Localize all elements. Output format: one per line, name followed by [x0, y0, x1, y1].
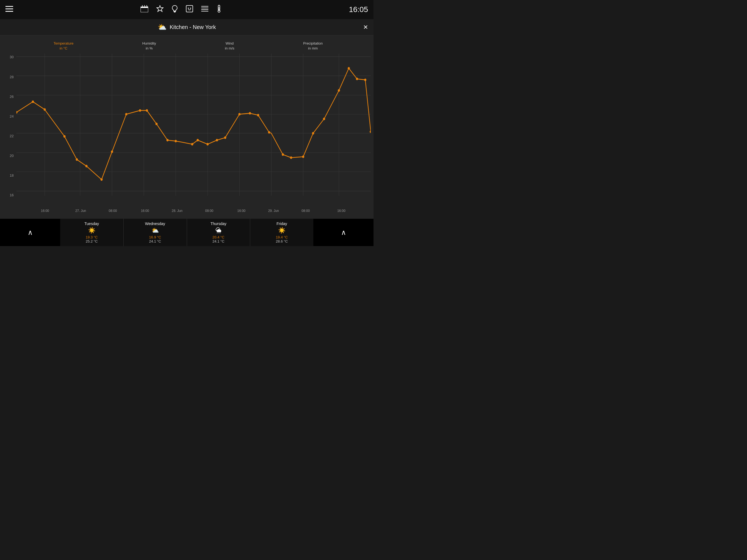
temp-high-thursday: 20.4 °C — [212, 235, 225, 239]
y-label-16: 16 — [3, 193, 14, 197]
location-title: ⛅ Kitchen - New York — [158, 23, 216, 31]
svg-point-46 — [111, 151, 113, 153]
x-axis: 16:00 27. Jun 08:00 16:00 28. Jun 08:00 … — [17, 207, 374, 215]
hamburger-menu[interactable] — [5, 6, 13, 13]
day-temps-tuesday: 19.3 °C 25.2 °C — [86, 235, 98, 244]
temp-high-wednesday: 16.9 °C — [149, 235, 161, 239]
svg-marker-8 — [157, 5, 163, 11]
precipitation-header[interactable]: Precipitation in mm — [303, 41, 323, 51]
svg-point-50 — [155, 123, 157, 125]
x-label-1600d: 16:00 — [337, 209, 345, 213]
svg-point-59 — [249, 112, 251, 114]
temp-low-tuesday: 25.2 °C — [86, 239, 98, 244]
y-axis: 30 28 26 24 22 20 18 16 — [0, 54, 17, 207]
nav-icons — [140, 5, 222, 14]
favorites-icon[interactable] — [156, 5, 163, 14]
svg-point-47 — [125, 113, 127, 116]
temp-high-friday: 19.4 °C — [276, 235, 288, 239]
chart-headers: Temperature in °C Humidity in % Wind in … — [0, 38, 374, 54]
temperature-header-line1: Temperature — [54, 41, 74, 46]
day-icon-thursday: 🌦 — [215, 227, 222, 234]
forecast-tuesday[interactable]: Tuesday ☀️ 19.3 °C 25.2 °C — [60, 219, 123, 246]
menu-icon[interactable] — [201, 6, 208, 14]
precipitation-header-line2: in mm — [303, 46, 323, 51]
svg-rect-20 — [219, 7, 219, 11]
outlets-icon[interactable] — [186, 5, 193, 14]
humidity-header-line2: in % — [142, 46, 156, 51]
y-label-22: 22 — [3, 134, 14, 138]
day-temps-friday: 19.4 °C 28.6 °C — [276, 235, 288, 244]
humidity-header[interactable]: Humidity in % — [142, 41, 156, 51]
x-label-1600b: 16:00 — [141, 209, 149, 213]
forecast-thursday[interactable]: Thursday 🌦 20.4 °C 24.1 °C — [187, 219, 250, 246]
svg-point-49 — [146, 109, 148, 112]
svg-point-41 — [44, 108, 46, 111]
chevron-up-right-icon: ∧ — [341, 228, 346, 237]
thermostat-icon[interactable] — [216, 5, 222, 14]
svg-point-67 — [338, 90, 340, 92]
svg-point-70 — [364, 79, 366, 81]
svg-rect-3 — [140, 7, 148, 12]
x-label-1600c: 16:00 — [237, 209, 246, 213]
chart-wrapper: 30 28 26 24 22 20 18 16 — [0, 54, 374, 207]
temperature-header-line2: in °C — [54, 46, 74, 51]
svg-point-69 — [356, 78, 358, 80]
lights-icon[interactable] — [172, 5, 178, 14]
close-button[interactable]: ✕ — [363, 24, 368, 31]
svg-point-63 — [290, 156, 292, 159]
scroll-right-button[interactable]: ∧ — [313, 219, 374, 246]
temp-low-wednesday: 24.1 °C — [149, 239, 161, 244]
svg-point-68 — [348, 67, 350, 70]
svg-rect-2 — [5, 11, 13, 12]
y-label-20: 20 — [3, 154, 14, 158]
temperature-chart — [17, 54, 371, 207]
scroll-left-button[interactable]: ∧ — [0, 219, 60, 246]
x-label-0800c: 08:00 — [302, 209, 310, 213]
chart-inner — [17, 54, 371, 207]
forecast-friday[interactable]: Friday ☀️ 19.4 °C 28.6 °C — [250, 219, 313, 246]
svg-point-45 — [100, 178, 103, 181]
wind-header[interactable]: Wind in m/s — [225, 41, 234, 51]
svg-point-56 — [216, 139, 218, 142]
y-label-28: 28 — [3, 75, 14, 79]
wind-header-line1: Wind — [225, 41, 234, 46]
day-name-wednesday: Wednesday — [145, 222, 165, 226]
x-label-28jun: 28. Jun — [172, 209, 182, 213]
svg-point-52 — [175, 140, 177, 143]
svg-line-5 — [142, 5, 143, 6]
forecast-wednesday[interactable]: Wednesday ⛅ 16.9 °C 24.1 °C — [123, 219, 187, 246]
x-label-1600a: 16:00 — [41, 209, 49, 213]
humidity-header-line1: Humidity — [142, 41, 156, 46]
wind-header-line2: in m/s — [225, 46, 234, 51]
forecast-days: Tuesday ☀️ 19.3 °C 25.2 °C Wednesday ⛅ 1… — [60, 219, 313, 246]
temp-high-tuesday: 19.3 °C — [86, 235, 98, 239]
svg-rect-0 — [5, 6, 13, 7]
svg-point-55 — [206, 143, 209, 146]
svg-point-58 — [238, 113, 241, 116]
svg-point-54 — [197, 139, 199, 142]
svg-point-66 — [323, 118, 325, 120]
temp-low-thursday: 24.1 °C — [212, 239, 225, 244]
svg-point-51 — [166, 139, 169, 142]
temperature-header[interactable]: Temperature in °C — [54, 41, 74, 51]
day-name-tuesday: Tuesday — [84, 222, 99, 226]
y-label-30: 30 — [3, 55, 14, 59]
day-icon-wednesday: ⛅ — [152, 227, 159, 234]
chevron-up-left-icon: ∧ — [28, 228, 33, 237]
day-temps-wednesday: 16.9 °C 24.1 °C — [149, 235, 161, 244]
svg-point-61 — [268, 131, 270, 134]
header-bar: ⛅ Kitchen - New York ✕ — [0, 19, 374, 35]
svg-point-71 — [370, 131, 371, 133]
svg-line-6 — [145, 5, 145, 6]
location-name: Kitchen - New York — [170, 24, 216, 30]
x-label-0800b: 08:00 — [205, 209, 213, 213]
precipitation-header-line1: Precipitation — [303, 41, 323, 46]
clock: 16:05 — [349, 5, 368, 14]
x-label-0800a: 08:00 — [109, 209, 117, 213]
svg-point-12 — [188, 8, 189, 9]
y-label-18: 18 — [3, 173, 14, 177]
scene-icon[interactable] — [140, 5, 148, 14]
svg-point-43 — [76, 158, 78, 161]
svg-point-13 — [190, 8, 191, 9]
svg-rect-4 — [140, 6, 148, 8]
